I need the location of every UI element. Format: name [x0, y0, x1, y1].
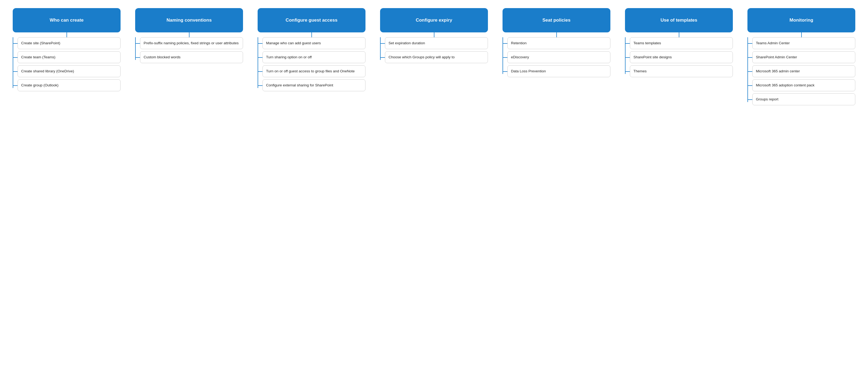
column-use-of-templates: Use of templatesTeams templatesSharePoin…: [618, 8, 740, 79]
list-item: Create group (Outlook): [18, 79, 121, 91]
list-item: Create site (SharePoint): [18, 37, 121, 49]
list-item: Set expiration duration: [385, 37, 488, 49]
child-box-who-can-create-2: Create shared library (OneDrive): [18, 65, 121, 77]
child-box-use-of-templates-2: Themes: [630, 65, 733, 77]
header-configure-guest-access: Configure guest access: [258, 8, 366, 32]
child-box-use-of-templates-1: SharePoint site designs: [630, 51, 733, 63]
list-item: Teams Admin Center: [752, 37, 855, 49]
list-item: Create shared library (OneDrive): [18, 65, 121, 77]
child-box-seat-policies-1: eDiscovery: [507, 51, 610, 63]
connector-use-of-templates: [679, 32, 679, 37]
child-box-who-can-create-3: Create group (Outlook): [18, 79, 121, 91]
child-box-use-of-templates-0: Teams templates: [630, 37, 733, 49]
children-who-can-create: Create site (SharePoint)Create team (Tea…: [13, 37, 121, 94]
child-box-monitoring-3: Microsoft 365 adoption content pack: [752, 79, 855, 91]
children-configure-guest-access: Manage who can add guest usersTurn shari…: [258, 37, 366, 94]
list-item: Custom blocked words: [140, 51, 243, 63]
list-item: Retention: [507, 37, 610, 49]
child-box-configure-guest-access-1: Turn sharing option on or off: [262, 51, 366, 63]
header-naming-conventions: Naming conventions: [135, 8, 243, 32]
header-monitoring: Monitoring: [747, 8, 855, 32]
list-item: Themes: [630, 65, 733, 77]
column-naming-conventions: Naming conventionsPrefix-suffix naming p…: [128, 8, 250, 65]
child-box-monitoring-4: Groups report: [752, 94, 855, 105]
children-use-of-templates: Teams templatesSharePoint site designsTh…: [625, 37, 733, 79]
list-item: Teams templates: [630, 37, 733, 49]
list-item: Choose which Groups policy will apply to: [385, 51, 488, 63]
connector-configure-expiry: [434, 32, 434, 37]
child-box-seat-policies-0: Retention: [507, 37, 610, 49]
child-box-naming-conventions-1: Custom blocked words: [140, 51, 243, 63]
child-box-monitoring-0: Teams Admin Center: [752, 37, 855, 49]
list-item: Microsoft 365 admin center: [752, 65, 855, 77]
list-item: Prefix-suffix naming policies, fixed str…: [140, 37, 243, 49]
child-box-seat-policies-2: Data Loss Prevention: [507, 65, 610, 77]
child-box-monitoring-1: SharePoint Admin Center: [752, 51, 855, 63]
connector-seat-policies: [556, 32, 557, 37]
header-seat-policies: Seat policies: [502, 8, 610, 32]
list-item: Groups report: [752, 94, 855, 105]
connector-who-can-create: [66, 32, 67, 37]
column-configure-guest-access: Configure guest accessManage who can add…: [250, 8, 373, 94]
child-box-naming-conventions-0: Prefix-suffix naming policies, fixed str…: [140, 37, 243, 49]
child-box-configure-guest-access-0: Manage who can add guest users: [262, 37, 366, 49]
header-use-of-templates: Use of templates: [625, 8, 733, 32]
column-who-can-create: Who can createCreate site (SharePoint)Cr…: [5, 8, 128, 94]
column-seat-policies: Seat policiesRetentioneDiscoveryData Los…: [495, 8, 618, 79]
list-item: eDiscovery: [507, 51, 610, 63]
child-box-configure-guest-access-3: Configure external sharing for SharePoin…: [262, 79, 366, 91]
children-monitoring: Teams Admin CenterSharePoint Admin Cente…: [747, 37, 855, 107]
child-box-who-can-create-1: Create team (Teams): [18, 51, 121, 63]
list-item: Turn sharing option on or off: [262, 51, 366, 63]
child-box-configure-guest-access-2: Turn on or off guest access to group fil…: [262, 65, 366, 77]
children-seat-policies: RetentioneDiscoveryData Loss Prevention: [502, 37, 610, 79]
list-item: Turn on or off guest access to group fil…: [262, 65, 366, 77]
child-box-configure-expiry-1: Choose which Groups policy will apply to: [385, 51, 488, 63]
column-configure-expiry: Configure expirySet expiration durationC…: [373, 8, 495, 65]
child-box-monitoring-2: Microsoft 365 admin center: [752, 65, 855, 77]
list-item: Create team (Teams): [18, 51, 121, 63]
header-configure-expiry: Configure expiry: [380, 8, 488, 32]
children-naming-conventions: Prefix-suffix naming policies, fixed str…: [135, 37, 243, 65]
diagram: Who can createCreate site (SharePoint)Cr…: [5, 8, 863, 107]
children-configure-expiry: Set expiration durationChoose which Grou…: [380, 37, 488, 65]
connector-naming-conventions: [189, 32, 189, 37]
connector-configure-guest-access: [311, 32, 312, 37]
list-item: Data Loss Prevention: [507, 65, 610, 77]
list-item: SharePoint Admin Center: [752, 51, 855, 63]
list-item: Microsoft 365 adoption content pack: [752, 79, 855, 91]
list-item: SharePoint site designs: [630, 51, 733, 63]
list-item: Configure external sharing for SharePoin…: [262, 79, 366, 91]
child-box-configure-expiry-0: Set expiration duration: [385, 37, 488, 49]
column-monitoring: MonitoringTeams Admin CenterSharePoint A…: [740, 8, 863, 107]
child-box-who-can-create-0: Create site (SharePoint): [18, 37, 121, 49]
list-item: Manage who can add guest users: [262, 37, 366, 49]
connector-monitoring: [801, 32, 802, 37]
header-who-can-create: Who can create: [13, 8, 121, 32]
